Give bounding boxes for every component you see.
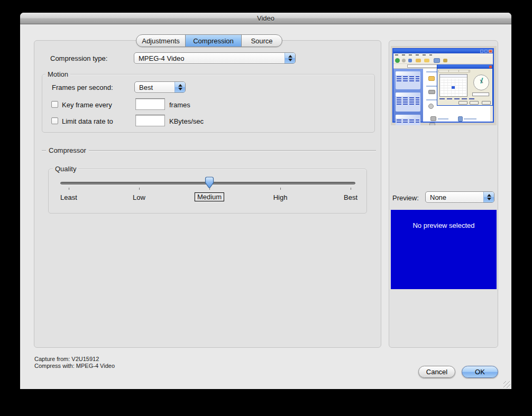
thumbnail-item-label — [438, 118, 448, 119]
thumbnail-tool-icon — [443, 59, 447, 62]
thumbnail-cd-icon — [428, 104, 434, 109]
limit-data-rate-unit-label: KBytes/sec — [169, 117, 204, 125]
key-frame-checkbox[interactable] — [51, 101, 58, 108]
thumbnail-calendar — [439, 74, 467, 97]
tab-source[interactable]: Source — [242, 35, 282, 47]
motion-group: Motion Frames per second: Best Key frame… — [42, 74, 375, 133]
slider-tick — [280, 188, 281, 190]
thumbnail-xp-sidebar — [393, 69, 423, 122]
thumbnail-item-label — [464, 118, 476, 119]
tab-compression[interactable]: Compression — [186, 35, 242, 47]
quality-group: Quality Least Low Medium High Best — [48, 169, 367, 214]
ok-button[interactable]: OK — [462, 366, 498, 378]
video-source-thumbnail — [391, 46, 497, 125]
tab-adjustments[interactable]: Adjustments — [136, 35, 186, 47]
quality-label-low[interactable]: Low — [133, 193, 145, 201]
window-titlebar[interactable]: Video — [20, 13, 511, 24]
slider-tick — [139, 188, 140, 190]
video-dialog-window: Video Adjustments Compression Source Com… — [20, 13, 511, 389]
settings-tab-strip: Adjustments Compression Source — [136, 34, 282, 47]
frames-per-second-select[interactable]: Best — [134, 81, 186, 93]
thumbnail-details-pane — [396, 115, 420, 125]
compression-type-select[interactable]: MPEG-4 Video — [134, 52, 296, 64]
frames-per-second-value: Best — [135, 82, 175, 93]
preview-select[interactable]: None — [425, 191, 494, 203]
preview-display-area: No preview selected — [391, 210, 497, 289]
capture-from-text: Capture from: V2U15912 — [34, 356, 99, 363]
key-frame-unit-label: frames — [169, 101, 190, 109]
compression-type-label: Compression type: — [50, 54, 107, 62]
stepper-arrows-icon — [175, 82, 185, 93]
thumbnail-task-pane — [396, 71, 420, 89]
limit-data-rate-input[interactable] — [135, 115, 165, 126]
quality-label-medium-selected[interactable]: Medium — [195, 192, 224, 201]
preview-panel: Preview: None No preview selected — [389, 40, 498, 348]
thumbnail-folders-icon — [424, 59, 429, 62]
thumbnail-ok-button — [458, 101, 467, 105]
screenshot-background: Video Adjustments Compression Source Com… — [0, 0, 532, 416]
thumbnail-up-icon — [408, 59, 412, 62]
thumbnail-search-icon — [416, 59, 421, 62]
motion-group-title: Motion — [45, 70, 70, 78]
thumbnail-time-field — [472, 93, 489, 96]
quality-slider-thumb[interactable] — [205, 177, 214, 189]
slider-tick — [351, 188, 351, 190]
quality-label-least[interactable]: Least — [60, 193, 77, 201]
thumbnail-clock — [473, 75, 489, 90]
window-title: Video — [257, 14, 274, 22]
thumbnail-views-icon — [434, 58, 440, 63]
compression-settings-panel: Compression type: MPEG-4 Video Motion Fr… — [34, 40, 381, 348]
compressor-section-divider: Compressor — [42, 146, 376, 154]
no-preview-message: No preview selected — [391, 221, 497, 229]
cancel-button[interactable]: Cancel — [418, 366, 455, 378]
tab-compression-label: Compression — [193, 37, 234, 45]
thumbnail-apply-button — [482, 101, 491, 105]
limit-data-rate-label: Limit data rate to — [62, 117, 113, 125]
preview-value: None — [426, 192, 483, 202]
quality-label-best[interactable]: Best — [344, 193, 357, 201]
key-frame-input[interactable] — [135, 98, 165, 110]
thumbnail-back-icon — [395, 58, 400, 63]
thumbnail-folder-icon — [428, 76, 435, 81]
thumbnail-close-icon — [489, 50, 492, 53]
quality-group-title: Quality — [53, 165, 78, 173]
thumbnail-dialog-tabs — [438, 70, 470, 72]
thumbnail-xp-window — [392, 48, 494, 123]
preview-label: Preview: — [392, 194, 419, 202]
stepper-arrows-icon — [483, 192, 494, 202]
thumbnail-datetime-dialog — [437, 64, 493, 106]
thumbnail-camera-icon — [429, 123, 435, 125]
slider-tick — [69, 188, 69, 190]
quality-label-high[interactable]: High — [273, 193, 288, 201]
compress-with-text: Compress with: MPEG-4 Video — [34, 363, 115, 369]
thumbnail-cancel-button — [470, 101, 479, 105]
thumbnail-forward-icon — [402, 59, 406, 62]
compression-type-value: MPEG-4 Video — [134, 53, 285, 63]
thumbnail-maximize-icon — [484, 50, 488, 53]
thumbnail-shared-docs-icon — [430, 116, 436, 121]
thumbnail-computer-icon — [458, 116, 463, 122]
thumbnail-minimize-icon — [480, 50, 483, 53]
thumbnail-places-pane — [396, 93, 420, 112]
thumbnail-dialog-text — [439, 98, 476, 99]
thumbnail-xp-titlebar — [393, 49, 493, 53]
frames-per-second-label: Frames per second: — [52, 84, 113, 91]
stepper-arrows-icon — [285, 53, 295, 63]
thumbnail-drive-icon — [428, 90, 435, 94]
thumbnail-xp-toolbar — [393, 57, 493, 64]
thumbnail-xp-menubar — [393, 53, 493, 57]
compressor-section-title: Compressor — [46, 146, 89, 154]
tab-adjustments-label: Adjustments — [142, 37, 180, 45]
resize-grip[interactable] — [503, 381, 510, 388]
limit-data-rate-checkbox[interactable] — [51, 117, 58, 124]
tab-source-label: Source — [251, 37, 272, 45]
key-frame-label: Key frame every — [62, 101, 112, 109]
thumbnail-dialog-close-icon — [489, 66, 492, 68]
